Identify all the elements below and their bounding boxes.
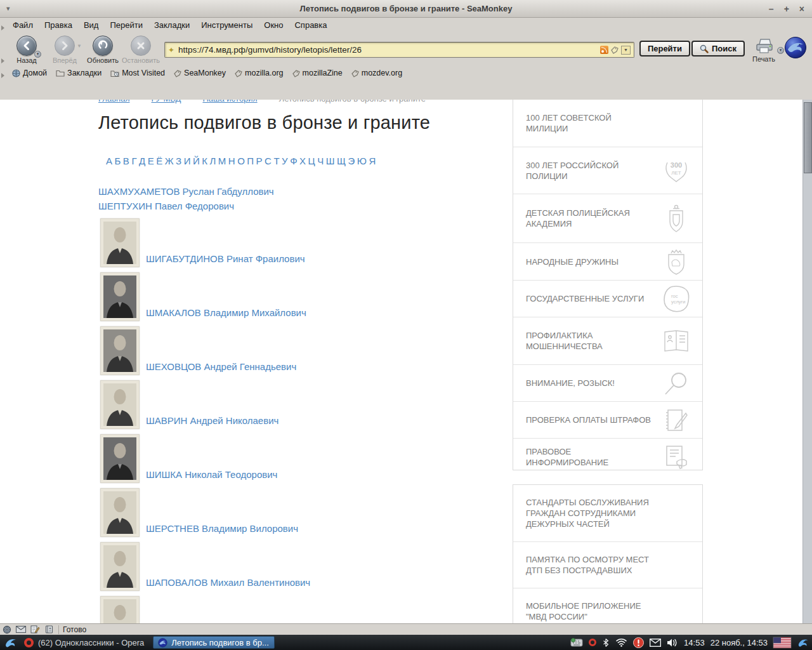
go-button[interactable]: Перейти bbox=[639, 41, 690, 56]
banner-proverka-shtrafov[interactable]: ПРОВЕРКА ОПЛАТЫ ШТРАФОВ bbox=[513, 401, 702, 438]
banner-100-let-militsii[interactable]: 100 ЛЕТ СОВЕТСКОЙ МИЛИЦИИ bbox=[513, 100, 702, 147]
close-button[interactable]: × bbox=[799, 4, 804, 14]
alphabet-letter[interactable]: О bbox=[237, 156, 245, 166]
person-link[interactable]: ШИГАБУТДИНОВ Ринат Фраилович bbox=[146, 251, 305, 266]
banner-vnimanie-rozysk[interactable]: ВНИМАНИЕ, РОЗЫСК! bbox=[513, 364, 702, 401]
maximize-button[interactable]: + bbox=[784, 4, 789, 14]
banner-pamyatka-dtp[interactable]: ПАМЯТКА ПО ОСМОТРУ МЕСТ ДТП БЕЗ ПОСТРАДА… bbox=[513, 541, 702, 588]
bookmark-mozillazine[interactable]: mozillaZine bbox=[289, 66, 346, 81]
person-link[interactable]: ШАВРИН Андрей Николаевич bbox=[146, 413, 278, 428]
window-list-bird-icon[interactable] bbox=[4, 636, 18, 649]
toolbar-grippy[interactable] bbox=[0, 66, 7, 81]
alphabet-letter[interactable]: Я bbox=[369, 156, 376, 166]
banner-pravovoe-informirovanie[interactable]: ПРАВОВОЕ ИНФОРМИРОВАНИЕ bbox=[513, 438, 702, 470]
alphabet-letter[interactable]: Е bbox=[148, 156, 154, 166]
menu-bookmarks[interactable]: Закладки bbox=[148, 18, 195, 33]
alphabet-letter[interactable]: К bbox=[202, 156, 207, 166]
person-photo[interactable] bbox=[100, 326, 140, 375]
person-photo[interactable] bbox=[100, 218, 140, 267]
person-photo[interactable] bbox=[100, 380, 140, 429]
vertical-scrollbar[interactable] bbox=[802, 100, 812, 623]
banner-narodnye-druzhiny[interactable]: НАРОДНЫЕ ДРУЖИНЫ bbox=[513, 242, 702, 280]
alphabet-letter[interactable]: И bbox=[184, 156, 191, 166]
seamonkey-tray-icon[interactable] bbox=[797, 637, 809, 648]
mail-icon[interactable] bbox=[14, 625, 28, 635]
menu-window[interactable]: Окно bbox=[258, 18, 289, 33]
bookmark-seamonkey[interactable]: SeaMonkey bbox=[170, 66, 230, 81]
url-bar[interactable]: ✦ https://74.мвд.рф/gumvd/history/letopi… bbox=[164, 42, 634, 58]
bluetooth-icon[interactable] bbox=[602, 638, 610, 647]
addressbook-icon[interactable] bbox=[42, 625, 56, 635]
person-link[interactable]: ШЕХОВЦОВ Андрей Геннадьевич bbox=[146, 359, 296, 374]
alphabet-letter[interactable]: С bbox=[265, 156, 272, 166]
alphabet-letter[interactable]: Щ bbox=[337, 156, 346, 166]
banner-profilaktika-moshennichestva[interactable]: ПРОФИЛАКТИКА МОШЕННИЧЕСТВА bbox=[513, 317, 702, 364]
person-photo[interactable] bbox=[100, 488, 140, 537]
banner-standarty-obsluzhivaniya[interactable]: СТАНДАРТЫ ОБСЛУЖИВАНИЯ ГРАЖДАН СОТРУДНИК… bbox=[513, 485, 702, 541]
alphabet-letter[interactable]: М bbox=[218, 156, 226, 166]
person-link[interactable]: ШЕРСТНЕВ Владимир Вилорович bbox=[146, 521, 298, 536]
breadcrumb-home[interactable]: Главная bbox=[98, 100, 129, 103]
alphabet-letter[interactable]: Ю bbox=[357, 156, 367, 166]
alphabet-letter[interactable]: Ё bbox=[156, 156, 162, 166]
person-link[interactable]: ШАХМУХАМЕТОВ Руслан Габдуллович bbox=[98, 184, 511, 199]
taskbar-opera-task[interactable]: (62) Одноклассники - Opera bbox=[24, 638, 144, 647]
toolbar-grippy[interactable] bbox=[0, 33, 7, 66]
volume-icon[interactable] bbox=[667, 638, 678, 647]
us-flag-icon[interactable] bbox=[773, 637, 791, 648]
menu-tools[interactable]: Инструменты bbox=[195, 18, 258, 33]
menu-file[interactable]: Файл bbox=[7, 18, 39, 33]
alphabet-letter[interactable]: Й bbox=[193, 156, 200, 166]
breadcrumb-gumvd[interactable]: ГУ МВД bbox=[151, 100, 181, 103]
alphabet-letter[interactable]: Х bbox=[299, 156, 306, 166]
wifi-icon[interactable] bbox=[615, 638, 627, 647]
composer-icon[interactable] bbox=[28, 625, 42, 635]
rss-icon[interactable] bbox=[600, 46, 608, 54]
person-photo[interactable] bbox=[100, 542, 140, 591]
alphabet-letter[interactable]: Ф bbox=[290, 156, 297, 166]
back-history-dropdown[interactable]: ▼ bbox=[34, 51, 41, 58]
alphabet-letter[interactable]: П bbox=[247, 156, 254, 166]
print-dropdown[interactable]: ▼ bbox=[777, 47, 784, 54]
banner-mobilnoe-prilozhenie[interactable]: МОБИЛЬНОЕ ПРИЛОЖЕНИЕ "МВД РОССИИ" bbox=[513, 588, 702, 623]
banner-gosuslugi[interactable]: ГОСУДАРСТВЕННЫЕ УСЛУГИ гос услуги bbox=[513, 280, 702, 317]
banner-300-let-politsii[interactable]: 300 ЛЕТ РОССИЙСКОЙ ПОЛИЦИИ 300 ЛЕТ bbox=[513, 147, 702, 194]
toolbar-grippy[interactable] bbox=[0, 18, 7, 33]
bookmark-mozilla-org[interactable]: mozilla.org bbox=[231, 66, 287, 81]
tray-clock[interactable]: 14:53 bbox=[684, 638, 705, 647]
seamonkey-logo-icon[interactable] bbox=[784, 36, 807, 59]
mail-tray-icon[interactable] bbox=[650, 639, 661, 647]
menu-help[interactable]: Справка bbox=[289, 18, 332, 33]
alphabet-letter[interactable]: Л bbox=[209, 156, 216, 166]
alphabet-letter[interactable]: В bbox=[123, 156, 129, 166]
reload-button[interactable]: Обновить bbox=[84, 36, 121, 64]
alphabet-letter[interactable]: Ч bbox=[317, 156, 324, 166]
person-photo[interactable] bbox=[100, 434, 140, 483]
alphabet-letter[interactable]: Ш bbox=[326, 156, 335, 166]
alphabet-letter[interactable]: Г bbox=[131, 156, 136, 166]
keyboard-layout-icon[interactable] bbox=[570, 638, 583, 647]
window-menu-icon[interactable]: ▾ bbox=[6, 4, 10, 13]
breadcrumb-history[interactable]: Наша история bbox=[202, 100, 257, 103]
minimize-button[interactable]: – bbox=[769, 4, 774, 14]
bookmark-tag-icon[interactable] bbox=[611, 46, 619, 54]
person-photo[interactable] bbox=[100, 596, 140, 623]
alphabet-letter[interactable]: У bbox=[282, 156, 288, 166]
menu-edit[interactable]: Правка bbox=[39, 18, 78, 33]
bookmark-mozdev[interactable]: mozdev.org bbox=[348, 66, 406, 81]
search-button[interactable]: Поиск bbox=[691, 41, 745, 56]
print-button[interactable]: ▼ Печать bbox=[746, 38, 782, 63]
person-photo[interactable] bbox=[100, 272, 140, 321]
opera-icon[interactable] bbox=[589, 639, 596, 646]
navigator-icon[interactable] bbox=[0, 625, 14, 635]
alphabet-letter[interactable]: Н bbox=[228, 156, 235, 166]
alphabet-letter[interactable]: Ц bbox=[308, 156, 315, 166]
taskbar-active-task[interactable]: Летопись подвигов в бр... bbox=[153, 636, 275, 649]
bookmark-bookmarks[interactable]: Закладки bbox=[52, 66, 105, 81]
alphabet-letter[interactable]: Б bbox=[115, 156, 121, 166]
url-dropdown-icon[interactable]: ▼ bbox=[621, 46, 631, 55]
bookmark-home[interactable]: Домой bbox=[8, 66, 51, 81]
person-link[interactable]: ШАПОВАЛОВ Михаил Валентинович bbox=[146, 575, 310, 590]
url-text[interactable]: https://74.мвд.рф/gumvd/history/letopis/… bbox=[178, 45, 596, 55]
person-link[interactable]: ШИШКА Николай Теодорович bbox=[146, 467, 277, 482]
